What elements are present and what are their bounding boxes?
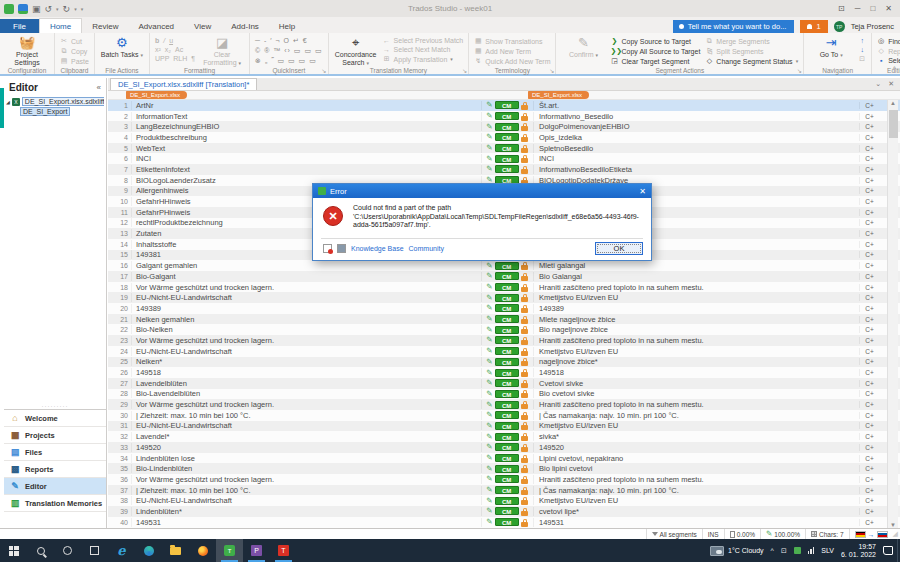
segment-source[interactable]: Lavendelblüten (131, 379, 481, 388)
tab-advanced[interactable]: Advanced (128, 19, 184, 33)
segment-row[interactable]: 39Lindenblüten*✎CMcvetovi lipe*C+ (108, 506, 900, 517)
paste-button[interactable]: ▤Paste (60, 57, 89, 65)
segment-row[interactable]: 40149531✎CM149531C+ (108, 517, 900, 528)
segment-target[interactable]: sivka* (534, 432, 859, 441)
segment-target[interactable]: cvetovi lipe* (534, 507, 859, 516)
network-icon[interactable] (808, 547, 815, 554)
segment-row[interactable]: 19EU-/Nicht-EU-Landwirtschaft✎CMKmetijst… (108, 292, 900, 303)
community-link[interactable]: Community (409, 245, 444, 252)
tab-help[interactable]: Help (269, 19, 305, 33)
smallcaps-button[interactable]: Ac (175, 46, 183, 53)
uppercase-button[interactable]: UPP (155, 55, 169, 62)
copy-all-source-to-target-button[interactable]: ❯❯Copy All Source to Target (610, 47, 700, 55)
undo-caret-icon[interactable]: ▾ (56, 6, 59, 12)
segment-target[interactable]: Informativno_Besedilo (534, 112, 859, 121)
tab-home[interactable]: Home (39, 18, 82, 33)
segment-source[interactable]: EU-/Nicht-EU-Landwirtschaft (131, 496, 481, 505)
cortana-button[interactable] (54, 539, 81, 562)
notification-badge[interactable]: 1 (800, 20, 827, 33)
tree-item-file[interactable]: ◢ X DE_SI_Export.xlsx.sdlxliff (6, 97, 104, 106)
collapse-ribbon-icon[interactable]: ^ (893, 65, 896, 72)
segment-source[interactable]: 149518 (131, 368, 481, 377)
segment-row[interactable]: 23Vor Wärme geschützt und trocken lagern… (108, 335, 900, 346)
segment-row[interactable]: 22Bio-Nelken✎CMBio nageljnove žbiceC+ (108, 324, 900, 335)
segment-row[interactable]: 35Bio-Lindenblüten✎CMBio lipini cvetoviC… (108, 463, 900, 474)
segment-source[interactable]: Nelken gemahlen (131, 315, 481, 324)
tree-expanded-icon[interactable]: ◢ (6, 99, 10, 105)
tab-file[interactable]: File (0, 19, 39, 33)
sidebar-item-reports[interactable]: ▩Reports (4, 461, 106, 478)
trados-taskbar-button[interactable]: T (216, 539, 243, 562)
t-app-taskbar-button[interactable]: T (270, 539, 297, 562)
qat-customize-icon[interactable]: ▾ (81, 6, 84, 12)
segment-source[interactable]: Vor Wärme geschützt und trocken lagern. (131, 283, 481, 292)
segment-target[interactable]: Kmetijstvo EU/izven EU (534, 293, 859, 302)
internet-explorer-button[interactable]: e (108, 539, 135, 562)
vertical-scrollbar[interactable]: ▲ ▼ (887, 100, 898, 528)
segment-source[interactable]: LangBezeichnungEHBIO (131, 122, 481, 131)
segment-source[interactable]: InformationText (131, 112, 481, 121)
weather-widget[interactable]: 1°C Cloudy (710, 546, 763, 556)
lowercase-button[interactable]: RLH (173, 55, 187, 62)
sidebar-item-projects[interactable]: ▦Projects (4, 427, 106, 444)
add-new-term-button[interactable]: ▦Add New Term (474, 47, 550, 55)
action-center-icon[interactable] (883, 546, 893, 555)
segment-target[interactable]: Hraniti zaščiteno pred toploto in na suh… (534, 400, 859, 409)
segment-source[interactable]: Lavendel* (131, 432, 481, 441)
segment-target[interactable]: Kmetijstvo EU/izven EU (534, 496, 859, 505)
segment-target[interactable]: Mlete nageljnove žbice (534, 315, 859, 324)
segment-row[interactable]: 4Produktbeschreibung✎CMOpis_izdelkaC+ (108, 132, 900, 143)
segment-target[interactable]: Št.art. (534, 101, 859, 110)
segment-target[interactable]: nageljnove žbice* (534, 357, 859, 366)
segment-row[interactable]: 5WebText✎CMSpletnoBesediloC+ (108, 143, 900, 154)
file-explorer-button[interactable] (162, 539, 189, 562)
segment-row[interactable]: 1ArtNr✎CMŠt.art.C+ (108, 100, 900, 111)
segment-target[interactable]: 149520 (534, 443, 859, 452)
apply-translation-button[interactable]: ⊞Apply Translation ▾ (383, 55, 464, 63)
segment-target[interactable]: | Čas namakanja: najv. 10 min. pri 100 °… (534, 486, 859, 495)
segment-target[interactable]: 149389 (534, 304, 859, 313)
cut-button[interactable]: ✂Cut (60, 37, 89, 45)
segment-target[interactable]: Cvetovi sivke (534, 379, 859, 388)
segment-row[interactable]: 25Nelken*✎CMnageljnove žbice*C+ (108, 357, 900, 368)
language-indicator[interactable]: SLV (821, 547, 834, 554)
segment-target[interactable]: Kmetijstvo EU/izven EU (534, 421, 859, 430)
clear-target-segment-button[interactable]: ◲Clear Target Segment (610, 57, 700, 65)
knowledge-base-link[interactable]: Knowledge Base (351, 245, 404, 252)
bold-button[interactable]: b (155, 37, 159, 44)
select-all-button[interactable]: ▪Select All (877, 57, 900, 64)
pane-menu-icon[interactable]: ⌄ (875, 80, 881, 88)
save-error-icon[interactable] (337, 244, 346, 253)
tell-me-box[interactable]: Tell me what you want to do... (673, 20, 795, 33)
quick-add-new-term-button[interactable]: ↯Quick Add New Term (474, 57, 550, 65)
change-segment-status-button[interactable]: ◇Change Segment Status ▾ (705, 57, 798, 65)
segment-source[interactable]: Lindenblüten lose (131, 454, 481, 463)
segment-source[interactable]: 149531 (131, 518, 481, 527)
sidebar-item-translation-memories[interactable]: ▥Translation Memories (4, 495, 106, 512)
navigation-extra-button[interactable]: ⊡ (858, 55, 866, 63)
segment-target[interactable]: Bio nageljnove žbice (534, 325, 859, 334)
segment-row[interactable]: 3LangBezeichnungEHBIO✎CMDolgoPoimenovanj… (108, 121, 900, 132)
close-button[interactable]: ✕ (885, 4, 892, 13)
segment-source[interactable]: ArtNr (131, 101, 481, 110)
segment-row[interactable]: 28Bio-Lavendelblüten✎CMBio cvetovi sivke… (108, 389, 900, 400)
underline-button[interactable]: u (169, 37, 173, 44)
segment-target[interactable]: Hraniti zaščiteno pred toploto in na suh… (534, 475, 859, 484)
next-segment-button[interactable]: ↓ (858, 46, 866, 53)
taskbar-search-button[interactable] (27, 539, 54, 562)
segment-source[interactable]: Vor Wärme geschützt und trocken lagern. (131, 475, 481, 484)
redo-icon[interactable]: ↻ (63, 4, 71, 14)
segment-row[interactable]: 21Nelken gemahlen✎CMMlete nageljnove žbi… (108, 314, 900, 325)
segment-target[interactable]: Hraniti zaščiteno pred toploto in na suh… (534, 336, 859, 345)
go-to-button[interactable]: ⇥ Go To ▾ (809, 35, 853, 59)
segment-row[interactable]: 7EtikettenInfotext✎CMInformativnoBesedil… (108, 164, 900, 175)
segment-row[interactable]: 30| Ziehzeit: max. 10 min bei 100 °C.✎CM… (108, 410, 900, 421)
minimize-button[interactable]: ─ (855, 4, 861, 13)
quickinsert-row-1[interactable]: ─ ‐ ′ ¬ O ↵ € (255, 37, 323, 45)
segment-source[interactable]: 149520 (131, 443, 481, 452)
italic-button[interactable]: / (163, 37, 165, 44)
segment-target[interactable]: | Čas namakanja: najv. 10 min. pri 100 °… (534, 411, 859, 420)
maximize-button[interactable]: □ (870, 4, 875, 13)
segment-row[interactable]: 32Lavendel*✎CMsivka*C+ (108, 431, 900, 442)
segment-row[interactable]: 24EU-/Nicht-EU-Landwirtschaft✎CMKmetijst… (108, 346, 900, 357)
